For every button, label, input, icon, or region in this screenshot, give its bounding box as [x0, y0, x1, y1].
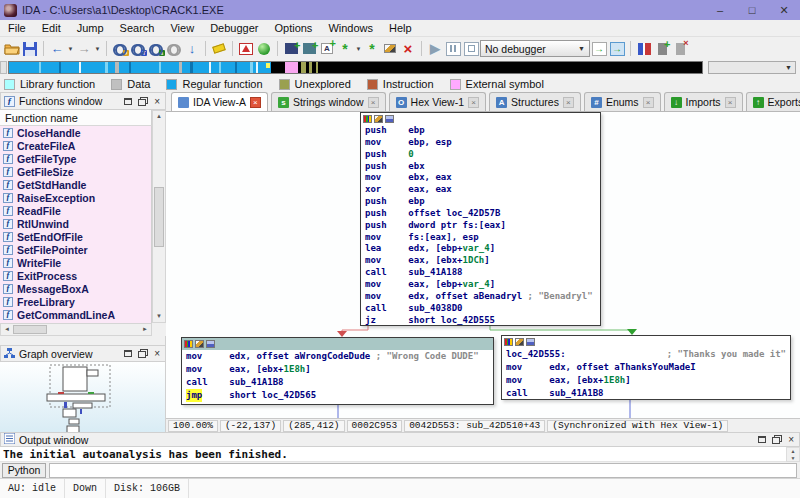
plugin-icon[interactable]: * [363, 40, 381, 58]
function-list-item[interactable]: ƒ CloseHandle [0, 126, 151, 139]
problems-icon[interactable] [237, 40, 255, 58]
view-tab[interactable]: ↑ Exports × [746, 92, 800, 111]
pane-maximize-icon[interactable] [758, 436, 766, 443]
menu-item[interactable]: Search [112, 22, 163, 34]
close-button[interactable]: ✕ [768, 0, 800, 20]
debugger-windows-icon[interactable] [635, 40, 653, 58]
function-list-item[interactable]: ƒ ReadFile [0, 204, 151, 217]
search-text-icon[interactable]: T [129, 40, 147, 58]
pane-close-icon[interactable]: × [154, 97, 160, 106]
process-add-icon[interactable]: + [653, 40, 671, 58]
function-list-item[interactable]: ƒ MessageBoxA [0, 282, 151, 295]
output-scrollbar[interactable]: ▲ ▼ [786, 447, 800, 462]
attach-process-icon[interactable]: → [590, 40, 608, 58]
tab-close-icon[interactable]: × [368, 97, 379, 108]
nav-forward-dropdown-icon[interactable]: ▼ [93, 40, 102, 58]
graph-overview-header[interactable]: Graph overview × [0, 345, 166, 362]
node-edit-icon[interactable] [195, 340, 204, 348]
function-list-item[interactable]: ƒ SetFilePointer [0, 243, 151, 256]
tab-close-icon[interactable]: × [563, 97, 574, 108]
menu-item[interactable]: View [162, 22, 202, 34]
functions-horizontal-scrollbar[interactable]: ◄ ► [0, 323, 152, 336]
function-list-item[interactable]: ƒ SetEndOfFile [0, 230, 151, 243]
function-list-item[interactable]: ƒ GetStdHandle [0, 178, 151, 191]
scroll-right-icon[interactable]: ► [139, 324, 151, 335]
scroll-up-icon[interactable]: ▲ [791, 448, 796, 454]
menu-item[interactable]: File [0, 22, 34, 34]
function-list-item[interactable]: ƒ GetFileType [0, 152, 151, 165]
pane-maximize-icon[interactable] [124, 98, 132, 105]
function-list-item[interactable]: ƒ CreateFileA [0, 139, 151, 152]
view-tab[interactable]: O Hex View-1 × [389, 92, 487, 111]
search-sequence-icon[interactable]: s [147, 40, 165, 58]
graph-node-entry[interactable]: push ebpmov ebp, esppush 0push ebxmov eb… [360, 112, 601, 326]
function-list-item[interactable]: ƒ RtlUnwind [0, 217, 151, 230]
view-tab[interactable]: ↓ Imports × [664, 92, 743, 111]
output-log[interactable]: The initial autoanalysis has been finish… [0, 447, 786, 462]
view-tab[interactable]: # Enums × [584, 92, 661, 111]
maximize-button[interactable]: □ [736, 0, 768, 20]
menu-item[interactable]: Help [381, 22, 420, 34]
node-color-icon[interactable] [504, 338, 513, 346]
node-hexview-icon[interactable] [385, 115, 394, 123]
tab-close-icon[interactable]: × [468, 97, 479, 108]
scroll-up-icon[interactable]: ▲ [153, 111, 165, 122]
minimize-button[interactable]: – [704, 0, 736, 20]
debugger-pause-icon[interactable] [444, 40, 462, 58]
functions-pane-header[interactable]: ƒ Functions window × [0, 92, 166, 110]
graph-node-wrong-code[interactable]: mov edx, offset aWrongCodeDude ; "Wrong … [181, 337, 494, 405]
function-list-item[interactable]: ƒ ExitProcess [0, 269, 151, 282]
cli-input[interactable] [49, 463, 797, 478]
pane-close-icon[interactable]: × [788, 435, 794, 444]
function-list-item[interactable]: ƒ RaiseException [0, 191, 151, 204]
search-again-icon[interactable] [165, 40, 183, 58]
navigation-band[interactable] [8, 61, 703, 74]
menu-item[interactable]: Debugger [202, 22, 266, 34]
function-list-item[interactable]: ƒ GetFileSize [0, 165, 151, 178]
function-list-item[interactable]: ƒ WriteFile [0, 256, 151, 269]
highlight-icon[interactable] [210, 40, 228, 58]
navband-handle[interactable] [0, 61, 7, 74]
pane-close-icon[interactable]: × [154, 349, 160, 358]
function-add-dropdown-icon[interactable]: ▼ [354, 40, 363, 58]
ida-graph-view[interactable]: push ebpmov ebp, esppush 0push ebxmov eb… [166, 112, 800, 418]
node-edit-icon[interactable] [515, 338, 524, 346]
scroll-down-icon[interactable]: ▼ [791, 455, 796, 461]
edit-comment-icon[interactable] [381, 40, 399, 58]
function-add-icon[interactable]: * [336, 40, 354, 58]
scroll-left-icon[interactable]: ◄ [1, 324, 13, 335]
pane-maximize-icon[interactable] [124, 350, 132, 357]
struct-add-icon[interactable]: + [300, 40, 318, 58]
node-edit-icon[interactable] [374, 115, 383, 123]
nav-forward-icon[interactable]: → [75, 40, 93, 58]
debugger-select[interactable]: No debugger ▼ [480, 40, 590, 57]
functions-vertical-scrollbar[interactable]: ▲ ▼ [152, 110, 166, 323]
tab-close-icon[interactable]: × [250, 97, 261, 108]
function-list-item[interactable]: ƒ GetCommandLineA [0, 308, 151, 321]
debugger-stop-icon[interactable] [462, 40, 480, 58]
pane-float-icon[interactable] [772, 435, 782, 444]
tab-close-icon[interactable]: × [725, 97, 736, 108]
node-color-icon[interactable] [184, 340, 193, 348]
debugger-run-icon[interactable]: ▶ [426, 40, 444, 58]
cli-language-button[interactable]: Python [2, 463, 46, 478]
navband-zoom-select[interactable]: ▼ [708, 61, 796, 74]
pane-float-icon[interactable] [138, 97, 148, 106]
menu-item[interactable]: Edit [34, 22, 69, 34]
name-add-icon[interactable]: A+ [318, 40, 336, 58]
delete-icon[interactable]: × [399, 40, 417, 58]
nav-back-dropdown-icon[interactable]: ▼ [66, 40, 75, 58]
save-icon[interactable] [21, 40, 39, 58]
menu-item[interactable]: Windows [320, 22, 381, 34]
tab-close-icon[interactable]: × [643, 97, 654, 108]
pane-float-icon[interactable] [138, 349, 148, 358]
continue-process-icon[interactable]: → [608, 40, 626, 58]
graph-node-success[interactable]: loc_42D555:; "Thanks you made it"mov edx… [501, 335, 791, 400]
open-file-icon[interactable] [3, 40, 21, 58]
nav-back-icon[interactable]: ← [48, 40, 66, 58]
functions-column-header[interactable]: Function name [0, 110, 152, 126]
segments-add-icon[interactable]: + [282, 40, 300, 58]
jump-address-icon[interactable]: ↓ [183, 40, 201, 58]
view-tab[interactable]: s Strings window × [271, 92, 386, 111]
menu-item[interactable]: Options [266, 22, 320, 34]
